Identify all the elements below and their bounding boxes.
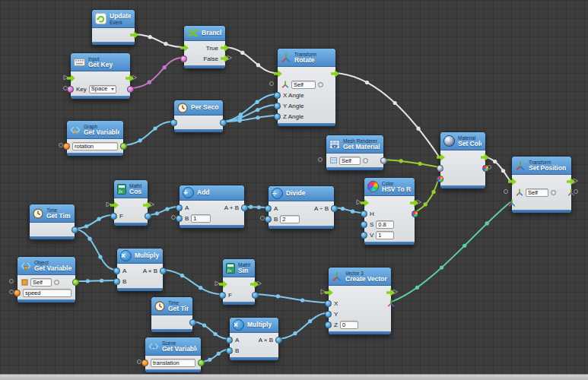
variable-out-port[interactable] — [120, 143, 127, 150]
value-out-port[interactable] — [220, 119, 227, 126]
wire-multiply2-to-vector3-y[interactable] — [277, 313, 327, 339]
f-in-port[interactable] — [110, 213, 117, 220]
a-in-port[interactable] — [176, 204, 183, 211]
wire-per-second-to-x-angle[interactable] — [221, 94, 276, 122]
y-angle-in-port[interactable] — [274, 103, 281, 109]
z-angle-in-port[interactable] — [274, 113, 281, 120]
vector3-out-port[interactable] — [387, 299, 395, 307]
color-in-port[interactable] — [437, 176, 443, 182]
v-field[interactable]: 1 — [376, 231, 394, 239]
x-in-port[interactable] — [325, 300, 332, 307]
variable-out-port[interactable] — [72, 279, 79, 286]
node-graph-get-variable[interactable]: GraphGet Variable rotation — [66, 120, 124, 157]
b-field[interactable]: 2 — [280, 215, 300, 223]
wire-sin-to-vector3-x[interactable] — [253, 294, 327, 302]
material-in-port[interactable] — [437, 165, 443, 172]
wire-hsv-to-set-color[interactable] — [413, 178, 439, 213]
f-in-port[interactable] — [219, 292, 226, 299]
x-angle-in-port[interactable] — [274, 92, 281, 99]
node-scene-get-variable[interactable]: SceneGet Variable translation — [145, 337, 202, 373]
wire-multiply-to-sin-f[interactable] — [161, 270, 221, 294]
self-field[interactable]: Self — [291, 81, 316, 89]
variable-name-field[interactable]: rotation — [72, 142, 118, 150]
node-set-position[interactable]: TransformSet Position Self — [511, 156, 572, 214]
object-picker-icon[interactable] — [54, 280, 59, 285]
wire-speed-var-to-multiply-b[interactable] — [74, 280, 116, 281]
node-hsv-to-rgb[interactable]: ColorHSV To RGB H S0.8 V1 — [364, 177, 415, 245]
position-in-port[interactable] — [508, 199, 516, 207]
self-field[interactable]: Self — [339, 157, 361, 165]
node-get-time-2[interactable]: TimeGet Time — [151, 296, 193, 333]
wire-get-key-to-branch-condition[interactable] — [129, 58, 183, 88]
variable-out-port[interactable] — [198, 359, 205, 366]
object-picker-icon[interactable] — [363, 158, 368, 163]
b-in-port[interactable] — [113, 278, 120, 285]
color-out-port[interactable] — [412, 211, 418, 217]
time-out-port[interactable] — [189, 319, 196, 326]
color-out-port[interactable] — [482, 165, 489, 172]
key-dropdown[interactable]: Space — [89, 85, 116, 93]
node-get-material[interactable]: Mesh RendererGet Material Self — [326, 135, 384, 171]
sum-out-port[interactable] — [241, 204, 248, 211]
object-picker-icon[interactable] — [551, 190, 556, 195]
node-get-time-1[interactable]: TimeGet Time — [29, 204, 75, 240]
horizontal-scrollbar[interactable] — [0, 374, 588, 380]
z-field[interactable]: 0 — [340, 321, 358, 329]
node-get-key[interactable]: InputGet Key KeySpace — [70, 52, 131, 100]
b-field[interactable]: 1 — [191, 214, 211, 223]
b-in-port[interactable] — [176, 215, 183, 222]
s-field[interactable]: 0.8 — [376, 220, 394, 229]
node-create-vector3[interactable]: Vector 3Create Vector 3 X Y Z0 — [328, 267, 392, 335]
wire-get-time-to-cos[interactable] — [72, 215, 113, 229]
a-in-port[interactable] — [226, 337, 233, 344]
node-per-second[interactable]: Per Second — [173, 100, 224, 133]
wire-get-material-to-set-color[interactable] — [382, 160, 439, 167]
value-in-port[interactable] — [170, 119, 177, 126]
v-in-port[interactable] — [361, 232, 367, 239]
result-out-port[interactable] — [252, 292, 259, 299]
result-out-port[interactable] — [145, 213, 151, 220]
wire-branch-true-to-rotate[interactable] — [224, 47, 276, 73]
quotient-out-port[interactable] — [331, 205, 338, 212]
variable-name-field[interactable]: translation — [151, 359, 195, 367]
node-rotate[interactable]: TransformRotate Self X Angle Y Angle Z A… — [277, 48, 336, 127]
a-in-port[interactable] — [265, 205, 272, 212]
self-field[interactable]: Self — [526, 188, 548, 197]
wire-get-time-to-multiply-a[interactable] — [72, 229, 116, 270]
y-in-port[interactable] — [325, 311, 332, 318]
a-in-port[interactable] — [113, 268, 120, 274]
node-multiply-2[interactable]: × Multiply AA × B B — [229, 317, 279, 361]
self-field[interactable]: Self — [30, 278, 52, 287]
wire-rotation-var-to-per-second[interactable] — [122, 122, 173, 145]
condition-in-port[interactable] — [180, 55, 187, 62]
node-update-event[interactable]: UpdateEvent — [91, 9, 135, 46]
wire-per-second-to-z-angle[interactable] — [221, 116, 276, 122]
s-in-port[interactable] — [361, 221, 367, 228]
node-set-color[interactable]: MaterialSet Color — [440, 131, 486, 189]
node-sin[interactable]: fx MathfSin F — [222, 258, 256, 306]
variable-name-in-port[interactable] — [14, 290, 21, 296]
variable-name-field[interactable]: speed — [23, 289, 72, 297]
b-in-port[interactable] — [226, 347, 233, 354]
material-out-port[interactable] — [380, 157, 387, 164]
node-cos[interactable]: fx MathfCos F — [113, 179, 148, 226]
product-out-port[interactable] — [160, 268, 167, 274]
b-in-port[interactable] — [265, 216, 272, 223]
z-in-port[interactable] — [325, 321, 332, 328]
variable-name-in-port[interactable] — [141, 359, 148, 366]
wire-update-to-branch[interactable] — [133, 34, 183, 47]
node-object-get-variable[interactable]: ObjectGet Variable Self speed — [17, 256, 76, 303]
node-branch[interactable]: Branch True False — [183, 25, 226, 69]
variable-name-in-port[interactable] — [63, 143, 70, 150]
object-picker-icon[interactable] — [318, 82, 323, 87]
key-in-port[interactable] — [67, 86, 74, 93]
update-event-icon — [95, 13, 106, 24]
time-out-port[interactable] — [72, 226, 78, 233]
h-in-port[interactable] — [361, 211, 367, 217]
node-divide[interactable]: ÷ Divide AA ÷ B B2 — [268, 185, 335, 230]
node-multiply-1[interactable]: × Multiply AA × B B — [116, 248, 164, 292]
key-out-port[interactable] — [127, 86, 134, 93]
vector3-out-port[interactable] — [567, 188, 575, 196]
product-out-port[interactable] — [275, 337, 282, 344]
node-add[interactable]: + Add AA + B B1 — [179, 185, 245, 229]
